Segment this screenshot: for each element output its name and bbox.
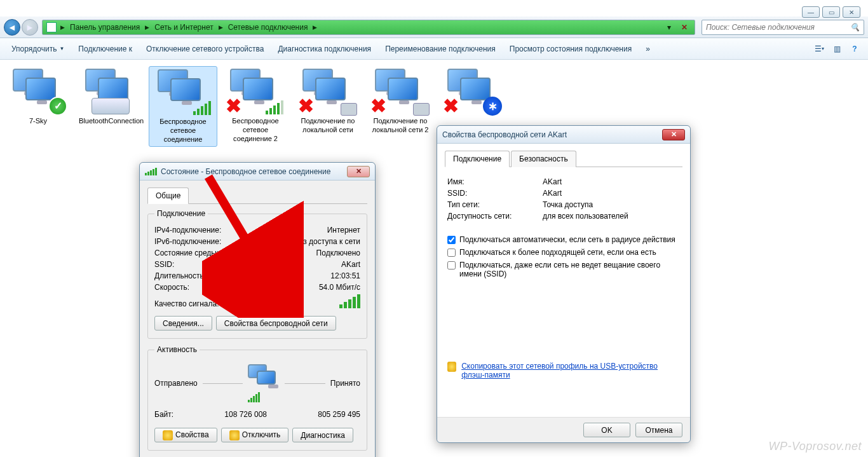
cancel-button[interactable]: Отмена — [635, 423, 682, 437]
dialog-titlebar[interactable]: Состояние - Беспроводное сетевое соедине… — [140, 163, 375, 181]
ssid-value: AKart — [341, 260, 360, 269]
checkbox-label: Подключаться к более подходящей сети, ес… — [459, 248, 656, 257]
connection-label: Подключение по локальной сети 2 — [369, 117, 432, 135]
disabled-x-icon: ✖ — [296, 98, 315, 117]
signal-bars-icon — [193, 101, 211, 115]
sent-label: Отправлено — [154, 379, 198, 388]
checkbox-hidden-ssid[interactable]: Подключаться, даже если сеть не ведет ве… — [447, 259, 680, 280]
wireless-properties-dialog: Свойства беспроводной сети AKart ✕ Подкл… — [437, 125, 691, 443]
window-minimize-button[interactable]: — — [802, 6, 820, 18]
tab-connection[interactable]: Подключение — [445, 151, 510, 167]
breadcrumb-item[interactable]: Панель управления — [66, 23, 144, 32]
activity-computers-icon — [248, 364, 280, 390]
signal-quality-label: Качество сигнала: — [154, 299, 219, 308]
group-activity-legend: Активность — [154, 345, 200, 354]
details-button[interactable]: Сведения... — [154, 316, 212, 331]
tab-general[interactable]: Общие — [147, 188, 189, 204]
signal-quality-bars — [339, 294, 360, 308]
connection-item[interactable]: ✖ Подключение по локальной сети — [294, 66, 362, 137]
connection-item[interactable]: ✖∗ — [438, 66, 507, 119]
ipv6-label: IPv6-подключение: — [154, 237, 221, 246]
shield-icon — [163, 430, 173, 440]
disabled-x-icon: ✖ — [441, 98, 460, 117]
help-button[interactable]: ? — [846, 41, 863, 57]
name-label: Имя: — [447, 177, 517, 186]
modem-icon — [92, 98, 130, 114]
checkbox-label: Подключаться автоматически, если сеть в … — [459, 235, 675, 244]
connection-label: BluetoothConnection — [79, 117, 142, 126]
ssid-value: AKart — [543, 189, 562, 198]
breadcrumb-clear-button[interactable]: ✕ — [678, 21, 691, 34]
connection-label: Беспроводное сетевое соединение 2 — [224, 117, 287, 143]
checkbox-auto-connect[interactable]: Подключаться автоматически, если сеть в … — [447, 233, 680, 246]
window-close-button[interactable]: ✕ — [843, 6, 860, 18]
shield-icon — [447, 362, 456, 372]
command-bar: Упорядочить▼ Подключение к Отключение се… — [0, 38, 868, 60]
chevron-down-icon: ▼ — [59, 46, 64, 51]
copy-profile-link[interactable]: Скопировать этот сетевой профиль на USB-… — [461, 362, 680, 379]
wireless-properties-button[interactable]: Свойства беспроводной сети — [216, 316, 336, 331]
group-connection: Подключение IPv4-подключение:Интернет IP… — [147, 209, 367, 339]
checkbox-input[interactable] — [447, 236, 456, 244]
bluetooth-icon: ∗ — [483, 97, 502, 116]
dialog-close-button[interactable]: ✕ — [347, 166, 370, 177]
duration-value: 12:03:51 — [330, 271, 360, 280]
search-box[interactable]: 🔍 — [702, 20, 864, 35]
nav-back-button[interactable]: ◄ — [4, 19, 20, 36]
ipv4-value: Интернет — [327, 226, 360, 235]
search-input[interactable] — [706, 23, 850, 32]
bytes-label: Байт: — [154, 410, 173, 419]
ipv6-value: Без доступа к сети — [294, 237, 360, 246]
diagnose-button[interactable]: Диагностика — [292, 428, 353, 442]
connection-item[interactable]: 7-Sky — [4, 66, 72, 128]
signal-bars-icon — [266, 100, 283, 114]
checkbox-input[interactable] — [447, 249, 456, 257]
media-state-value: Подключено — [316, 249, 360, 257]
speed-value: 54.0 Мбит/с — [319, 283, 360, 292]
preview-pane-button[interactable]: ▥ — [829, 41, 845, 57]
toolbar-rename[interactable]: Переименование подключения — [379, 42, 502, 56]
connections-list: 7-Sky BluetoothConnection Беспроводное с… — [0, 60, 868, 153]
connection-item[interactable]: BluetoothConnection — [76, 66, 145, 128]
ssid-label: SSID: — [447, 189, 517, 198]
connection-item[interactable]: ✖ Беспроводное сетевое соединение 2 — [221, 66, 290, 146]
signal-bars-icon — [145, 168, 157, 175]
toolbar-view-status[interactable]: Просмотр состояния подключения — [503, 42, 638, 56]
breadcrumb-item[interactable]: Сеть и Интернет — [151, 23, 217, 32]
availability-value: для всех пользователей — [543, 212, 628, 221]
dialog-title: Состояние - Беспроводное сетевое соедине… — [161, 167, 330, 176]
status-dialog: Состояние - Беспроводное сетевое соедине… — [139, 162, 376, 457]
checkbox-input[interactable] — [447, 261, 456, 269]
dialog-close-button[interactable]: ✕ — [662, 129, 685, 140]
ok-button[interactable]: OK — [583, 423, 630, 437]
search-icon: 🔍 — [850, 23, 860, 32]
ssid-label: SSID: — [154, 260, 174, 269]
toolbar-overflow[interactable]: » — [639, 42, 656, 56]
toolbar-organize[interactable]: Упорядочить▼ — [5, 42, 71, 56]
properties-button[interactable]: Свойства — [154, 428, 217, 442]
address-bar-row: ◄ ► ▶ Панель управления ▶ Сеть и Интерне… — [0, 17, 868, 38]
checkbox-better-network[interactable]: Подключаться к более подходящей сети, ес… — [447, 246, 680, 259]
connection-item-selected[interactable]: Беспроводное сетевое соединение — [149, 66, 217, 147]
name-value: AKart — [543, 177, 562, 186]
breadcrumb-item[interactable]: Сетевые подключения — [224, 23, 312, 32]
signal-bars-icon — [248, 392, 280, 402]
dialog-titlebar[interactable]: Свойства беспроводной сети AKart ✕ — [437, 126, 690, 144]
breadcrumb-dropdown-icon[interactable]: ▾ — [663, 21, 675, 34]
toolbar-disable-device[interactable]: Отключение сетевого устройства — [140, 42, 270, 56]
connection-item[interactable]: ✖ Подключение по локальной сети 2 — [366, 66, 435, 137]
received-label: Принято — [330, 379, 360, 388]
breadcrumb-separator: ▶ — [144, 24, 151, 31]
toolbar-connect-to[interactable]: Подключение к — [72, 42, 139, 56]
toolbar-diagnose[interactable]: Диагностика подключения — [271, 42, 377, 56]
connected-check-icon — [48, 97, 67, 116]
window-maximize-button[interactable]: ▭ — [822, 6, 840, 18]
disable-button[interactable]: Отключить — [221, 428, 289, 442]
nav-forward-button[interactable]: ► — [22, 19, 38, 36]
view-options-button[interactable]: ☰▾ — [811, 41, 827, 57]
network-type-label: Тип сети: — [447, 200, 517, 209]
dialog-title: Свойства беспроводной сети AKart — [442, 130, 567, 139]
breadcrumb-separator: ▶ — [311, 24, 318, 31]
breadcrumb[interactable]: ▶ Панель управления ▶ Сеть и Интернет ▶ … — [42, 20, 695, 35]
tab-security[interactable]: Безопасность — [511, 151, 576, 167]
